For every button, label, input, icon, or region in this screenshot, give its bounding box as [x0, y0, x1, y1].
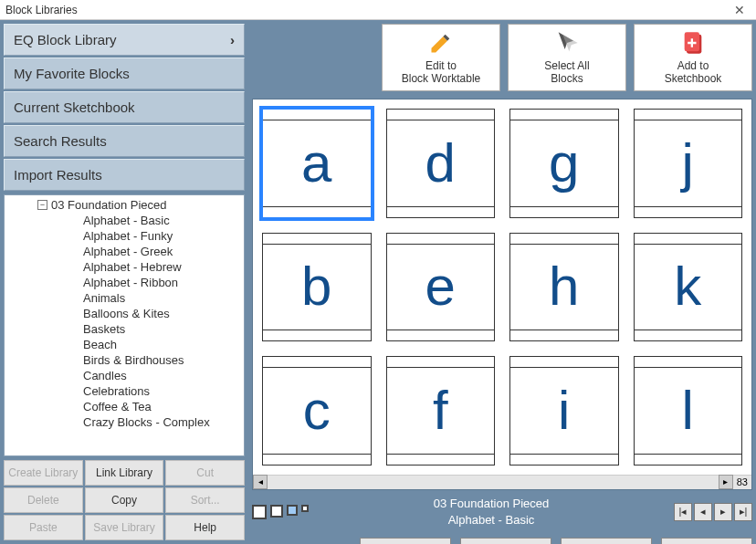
- block-cell[interactable]: l: [634, 356, 743, 466]
- pencil-icon: [428, 30, 454, 56]
- link-library-button[interactable]: Link Library: [85, 460, 164, 486]
- nav-sketchbook[interactable]: Current Sketchbook: [4, 91, 245, 123]
- nav-label: EQ Block Library: [14, 32, 117, 47]
- tree-item[interactable]: Crazy Blocks - Complex: [5, 414, 244, 430]
- size-tiny-icon[interactable]: [301, 505, 309, 512]
- library-tree[interactable]: − 03 Foundation Pieced Alphabet - BasicA…: [5, 195, 244, 455]
- cursor-icon: [554, 30, 580, 56]
- thumbnail-size-picker[interactable]: [252, 505, 309, 519]
- nav-label: My Favorite Blocks: [14, 66, 130, 81]
- tree-item[interactable]: Alphabet - Funky: [5, 228, 244, 244]
- tree-item[interactable]: Alphabet - Basic: [5, 213, 244, 228]
- left-panel: EQ Block Library › My Favorite Blocks Cu…: [0, 20, 245, 544]
- titlebar: Block Libraries ✕: [0, 0, 756, 20]
- tree-item[interactable]: Alphabet - Greek: [5, 244, 244, 259]
- block-cell[interactable]: g: [509, 109, 619, 218]
- nav-label: Current Sketchbook: [14, 99, 135, 115]
- block-cell[interactable]: f: [386, 356, 496, 466]
- block-cell[interactable]: a: [262, 109, 372, 218]
- tree-panel: − 03 Foundation Pieced Alphabet - BasicA…: [4, 194, 245, 456]
- add-sketchbook-button[interactable]: Add toSketchbook: [634, 24, 752, 91]
- bottom-bar: Import... Search >> Notecard... Close: [252, 538, 752, 544]
- scroll-right-icon[interactable]: ▸: [719, 475, 733, 489]
- last-button[interactable]: ▸|: [734, 503, 752, 521]
- notecard-button[interactable]: Notecard...: [561, 538, 652, 544]
- tree-item[interactable]: Celebrations: [5, 383, 244, 399]
- block-cell[interactable]: i: [509, 356, 619, 466]
- delete-button[interactable]: Delete: [4, 487, 83, 513]
- nav-label: Search Results: [14, 133, 107, 149]
- horizontal-scrollbar[interactable]: ◂ ▸ 83: [253, 475, 751, 489]
- select-all-button[interactable]: Select AllBlocks: [508, 24, 626, 91]
- tree-item[interactable]: Animals: [5, 290, 244, 306]
- selection-info: 03 Foundation Pieced Alphabet - Basic: [309, 496, 674, 528]
- block-cell[interactable]: j: [634, 109, 743, 218]
- left-button-grid: Create Library Link Library Cut Delete C…: [4, 460, 245, 540]
- tree-item[interactable]: Birds & Birdhouses: [5, 352, 244, 368]
- tree-parent-label: 03 Foundation Pieced: [51, 198, 166, 212]
- size-large-icon[interactable]: [252, 505, 267, 519]
- search-button[interactable]: Search >>: [460, 538, 551, 544]
- help-button[interactable]: Help: [165, 515, 245, 540]
- next-button[interactable]: ▸: [714, 503, 732, 521]
- nav-buttons: |◂ ◂ ▸ ▸|: [674, 503, 752, 521]
- collapse-icon[interactable]: −: [37, 200, 47, 210]
- block-cell[interactable]: k: [634, 233, 743, 342]
- edit-worktable-button[interactable]: Edit toBlock Worktable: [382, 24, 500, 91]
- action-row: Edit toBlock Worktable Select AllBlocks …: [252, 24, 752, 91]
- block-grid-panel: adgjbehkcfil ◂ ▸ 83: [252, 99, 752, 490]
- cut-button[interactable]: Cut: [165, 460, 245, 486]
- tree-parent[interactable]: − 03 Foundation Pieced: [5, 197, 244, 213]
- nav-eq-library[interactable]: EQ Block Library ›: [4, 24, 245, 56]
- nav-search-results[interactable]: Search Results: [4, 125, 245, 157]
- import-button[interactable]: Import...: [360, 538, 451, 544]
- copy-button[interactable]: Copy: [85, 487, 164, 513]
- size-small-icon[interactable]: [287, 505, 298, 516]
- window-title: Block Libraries: [5, 4, 78, 16]
- tree-item[interactable]: Balloons & Kites: [5, 306, 244, 321]
- tree-item[interactable]: Baskets: [5, 321, 244, 337]
- info-row: 03 Foundation Pieced Alphabet - Basic |◂…: [252, 496, 752, 528]
- size-med-icon[interactable]: [270, 505, 283, 518]
- block-count: 83: [733, 476, 751, 487]
- paste-button[interactable]: Paste: [4, 515, 83, 540]
- create-library-button[interactable]: Create Library: [4, 460, 83, 486]
- book-plus-icon: [680, 30, 706, 56]
- close-button[interactable]: Close: [661, 538, 752, 544]
- block-cell[interactable]: h: [509, 233, 619, 342]
- block-cell[interactable]: b: [262, 233, 372, 342]
- block-grid-scroll[interactable]: adgjbehkcfil: [253, 99, 751, 475]
- tree-item[interactable]: Coffee & Tea: [5, 399, 244, 414]
- nav-favorites[interactable]: My Favorite Blocks: [4, 58, 245, 89]
- save-library-button[interactable]: Save Library: [85, 515, 164, 540]
- chevron-right-icon: ›: [230, 32, 235, 47]
- prev-button[interactable]: ◂: [694, 503, 712, 521]
- block-cell[interactable]: e: [386, 233, 496, 342]
- nav-label: Import Results: [14, 167, 102, 183]
- first-button[interactable]: |◂: [674, 503, 692, 521]
- tree-item[interactable]: Candles: [5, 368, 244, 383]
- nav-import-results[interactable]: Import Results: [4, 159, 245, 191]
- close-icon[interactable]: ✕: [729, 3, 751, 17]
- tree-item[interactable]: Beach: [5, 337, 244, 352]
- right-panel: Edit toBlock Worktable Select AllBlocks …: [245, 20, 756, 544]
- tree-item[interactable]: Alphabet - Ribbon: [5, 275, 244, 290]
- block-cell[interactable]: d: [386, 109, 496, 218]
- scroll-left-icon[interactable]: ◂: [253, 475, 268, 489]
- sort-button[interactable]: Sort...: [165, 487, 245, 513]
- tree-item[interactable]: Alphabet - Hebrew: [5, 259, 244, 275]
- block-cell[interactable]: c: [262, 356, 372, 466]
